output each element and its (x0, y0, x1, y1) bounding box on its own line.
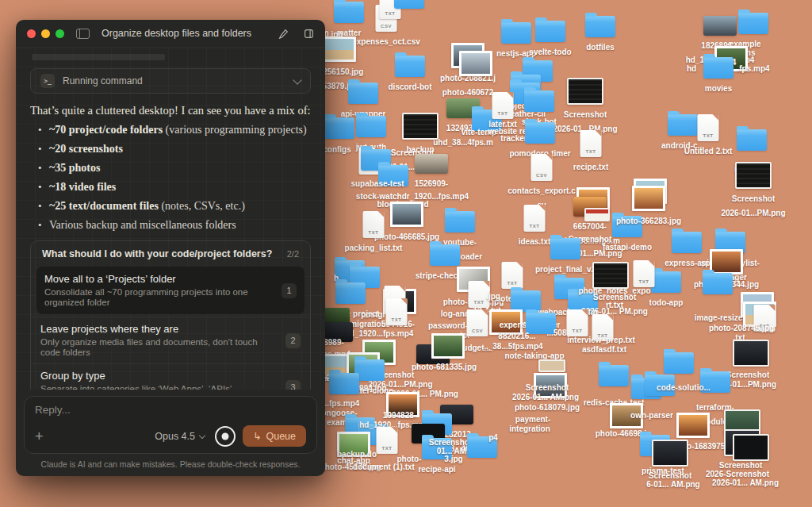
window-titlebar[interactable]: Organize desktop files and folders (16, 20, 325, 48)
bullet-item: ~20 screenshots (38, 142, 311, 156)
folder-icon (703, 57, 733, 79)
desktop-icon-txt[interactable]: TXTUntitled 2.txt (708, 114, 730, 141)
desktop-icon-photo[interactable]: o-256150.jpg253879.jp g (339, 36, 373, 62)
desktop-icon-folder[interactable]: todo-app (666, 271, 696, 293)
folder-icon (334, 2, 364, 23)
desktop-icon-photo[interactable]: photo-417344.jpg (726, 249, 760, 275)
desktop-icon-txt[interactable]: TXT (387, 427, 408, 454)
desktop-icon-folder[interactable]: project_final_v2 (565, 238, 596, 259)
bullet-item: ~18 video files (38, 180, 311, 194)
minimize-window-button[interactable] (41, 29, 50, 38)
zoom-window-button[interactable] (56, 29, 64, 38)
assistant-message-intro: That’s quite a cluttered desktop! I can … (30, 103, 311, 118)
desktop-icon-screenshot[interactable]: Screenshot2026-01...PM.png (585, 78, 622, 105)
pen-icon[interactable] (278, 29, 289, 39)
desktop-icon-txt[interactable]: TXT (644, 260, 665, 287)
desktop[interactable]: matterCSVexpenses_oct.csvTXT70.jpgo-2561… (0, 0, 812, 507)
desktop-icon-folder[interactable]: website project (350, 282, 381, 304)
desktop-icon-folder[interactable] (753, 13, 783, 34)
desktop-icon-screenshot[interactable] (670, 440, 707, 467)
bullet-item: ~70 project/code folders (various progra… (38, 123, 311, 137)
option-key-badge: 1 (282, 283, 297, 298)
txt-icon: TXT (502, 262, 523, 289)
desktop-icon-csv[interactable]: CSVcontacts_export.csv (542, 154, 563, 181)
txt-icon: TXT (634, 260, 655, 287)
desktop-icon-folder[interactable]: matter (349, 2, 379, 23)
chat-scroll-area[interactable]: >_ Running command That’s quite a clutte… (16, 48, 325, 390)
attach-plus-button[interactable]: + (35, 429, 44, 444)
photo-icon (390, 202, 423, 227)
desktop-icon-photo[interactable] (693, 413, 726, 438)
desktop-icon-screenshot[interactable]: Screenshot2026-01...PM.png (753, 162, 790, 189)
desktop-icon-folder[interactable]: movies (718, 57, 749, 79)
desktop-icon-screenshot[interactable] (552, 359, 579, 372)
desktop-icon-folder[interactable]: slack-bot (539, 90, 569, 112)
folder-icon (501, 22, 531, 44)
folder-icon (324, 117, 354, 139)
screenshot-icon (652, 440, 688, 467)
desktop-icon-folder[interactable] (409, 0, 439, 9)
desktop-icon-screenshot[interactable] (751, 434, 787, 461)
option-2[interactable]: Leave projects where they areOnly organi… (31, 317, 310, 363)
desktop-icon-folder[interactable]: pomodoro-timer (540, 122, 570, 144)
desktop-icon-folder[interactable]: discord-bot (410, 56, 440, 77)
folder-icon (348, 83, 378, 104)
desktop-icon-photo[interactable]: photo-466685.jpg (407, 202, 440, 227)
bullet-item: ~35 photos (38, 161, 311, 175)
running-command-toggle[interactable]: >_ Running command (30, 68, 311, 94)
desktop-icon-screenshot[interactable] (751, 340, 787, 367)
video-icon (703, 16, 737, 36)
desktop-icon-txt[interactable]: TXTpacking_list.txt (373, 211, 395, 238)
option-key-badge: 3 (285, 380, 301, 390)
photo-icon (632, 186, 665, 211)
sidebar-toggle-icon[interactable] (76, 29, 90, 39)
desktop-icon-folder[interactable] (752, 129, 782, 151)
desktop-icon-folder[interactable] (344, 373, 374, 394)
folder-icon (525, 122, 555, 144)
desktop-icon-folder[interactable]: dotfiles (600, 16, 630, 37)
txt-icon: TXT (492, 92, 514, 119)
desktop-icon-folder[interactable]: jwt-auth (371, 116, 401, 137)
bullet-item: Various backup and miscellaneous folders (38, 218, 311, 232)
folder-icon (335, 282, 366, 304)
option-3[interactable]: Group by typeSeparate into categories li… (31, 363, 310, 390)
desktop-icon-folder[interactable]: stripe-checkout (445, 244, 475, 266)
option-1[interactable]: Move all to a ‘Projects’ folderConsolida… (36, 267, 304, 314)
expand-window-icon[interactable] (304, 29, 314, 39)
model-selector[interactable]: Opus 4.5 (155, 431, 205, 442)
reply-input[interactable]: Reply... (35, 404, 306, 416)
chevron-down-icon (293, 75, 301, 84)
txt-icon: TXT (698, 114, 719, 141)
desktop-icon-txt[interactable]: TXT (503, 92, 524, 119)
desktop-icon-txt[interactable]: TXTnotes.txt (512, 262, 534, 289)
close-window-button[interactable] (27, 29, 36, 38)
question-options: Move all to a ‘Projects’ folderConsolida… (31, 267, 310, 390)
folder-icon (585, 16, 615, 37)
desktop-icon-txt[interactable]: TXT (396, 298, 418, 325)
desktop-icon-photo[interactable] (448, 333, 481, 359)
desktop-icon-folder[interactable] (718, 273, 748, 294)
folder-icon (737, 129, 767, 151)
disclaimer-text: Claude is AI and can make mistakes. Plea… (16, 457, 325, 476)
desktop-icon-txt[interactable]: TXTideas.txt (534, 205, 556, 232)
photo-icon (323, 36, 356, 62)
txt-icon: TXT (386, 298, 408, 325)
folder-icon (703, 273, 733, 294)
desktop-icon-folder[interactable]: svelte-todo (550, 21, 580, 42)
txt-icon: TXT (567, 309, 588, 336)
screenshot-icon (567, 78, 603, 105)
queue-button[interactable]: ↳ Queue (243, 425, 306, 447)
desktop-icon-folder[interactable] (715, 371, 745, 393)
txt-icon: TXT (524, 205, 546, 232)
desktop-icon-txt[interactable]: TXTrecipe.txt (591, 130, 612, 157)
claude-window: Organize desktop files and folders >_ Ru… (16, 20, 325, 476)
photo-icon (459, 51, 492, 76)
desktop-icon-video[interactable]: 1526909- (431, 154, 465, 174)
voice-record-button[interactable] (215, 426, 236, 447)
desktop-icon-folder[interactable]: api-wrapper (363, 83, 393, 104)
desktop-icon-folder[interactable]: youtube-downloader (460, 211, 490, 232)
txt-icon: TXT (363, 211, 385, 238)
bullet-item: ~25 text/document files (notes, CSVs, et… (38, 199, 311, 213)
desktop-icon-photo[interactable]: photo-366283.jpg (649, 186, 682, 211)
folder-icon (738, 13, 768, 34)
